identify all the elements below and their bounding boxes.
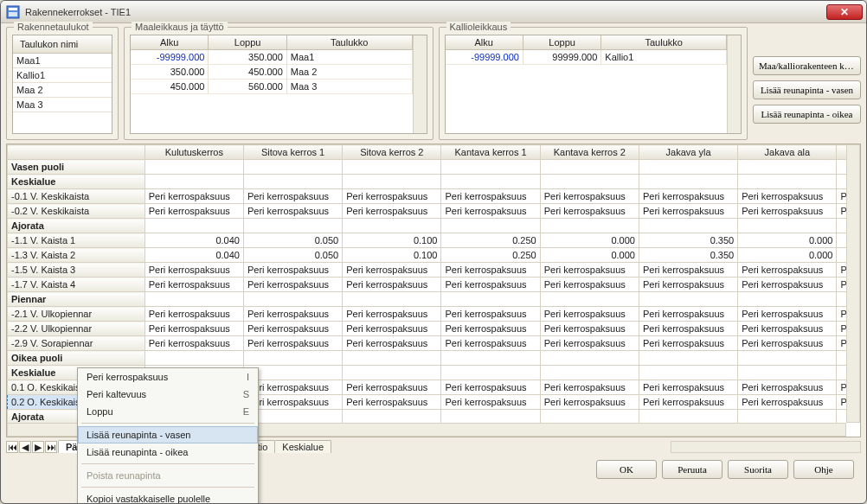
grid-cell[interactable]: Peri kerrospaksuus (837, 380, 846, 395)
grid-cell[interactable]: Peri kerrospaksuus (639, 336, 737, 351)
grid-cell[interactable]: Peri kerrospaksuus (144, 263, 243, 278)
table-row[interactable]: Oikea puoli (8, 351, 847, 366)
table-row[interactable]: -1.7 V. Kaista 4Peri kerrospaksuusPeri k… (8, 278, 847, 292)
table-row[interactable]: Vasen puoli (8, 160, 847, 175)
grid-cell[interactable]: Peri kerrospaksuus (144, 278, 243, 292)
tab-nav-first[interactable]: ⏮ (6, 441, 18, 453)
grid-cell[interactable]: 0.050 (243, 248, 342, 263)
grid-cell[interactable]: Peri kerrospaksuus (738, 322, 837, 336)
table-row[interactable]: 350.000450.000Maa 2 (131, 65, 413, 80)
grid-cell[interactable]: Peri kerrospaksuus (639, 395, 737, 410)
grid-cell[interactable]: 0.000 (540, 233, 639, 248)
grid-cell[interactable]: 0.000 (540, 248, 639, 263)
list-item[interactable]: Maa1 (13, 54, 112, 68)
row-label[interactable]: Ajorata (8, 219, 145, 233)
grid-cell[interactable]: Peri kerrospaksuus (540, 189, 639, 204)
grid-cell[interactable]: Peri kerrospaksuus (243, 263, 342, 278)
grid-cell[interactable]: Peri kerrospaksuus (837, 189, 846, 204)
grid-cell[interactable]: 0.050 (243, 233, 342, 248)
grid-cell[interactable]: Peri kerrospaksuus (837, 336, 846, 351)
scrollbar[interactable] (413, 35, 427, 133)
grid-cell[interactable]: Peri kerrospaksuus (144, 322, 243, 336)
tab-nav-last[interactable]: ⏭ (45, 441, 57, 453)
grid-cell[interactable]: Peri kerrospaksuus (738, 189, 837, 204)
grid-cell[interactable]: Peri kerrospaksuus (441, 263, 540, 278)
grid-cell[interactable]: Peri kerrospaksuus (343, 278, 441, 292)
row-label[interactable]: -0.1 V. Keskikaista (8, 189, 145, 204)
grid-cell[interactable]: 0.100 (343, 248, 441, 263)
grid-cell[interactable]: Peri kerrospaksuus (738, 336, 837, 351)
grid-cell[interactable]: Peri kerrospaksuus (837, 307, 846, 322)
row-label[interactable]: -2.9 V. Sorapiennar (8, 336, 145, 351)
menu-item[interactable]: Kopioi vastakkaiselle puolelle (78, 490, 258, 504)
grid-cell[interactable]: Peri kerrospaksuus (540, 395, 639, 410)
grid-cell[interactable]: Peri kerrospaksuus (441, 307, 540, 322)
grid-cell[interactable]: Peri kerrospaksuus (243, 322, 342, 336)
grid-cell[interactable]: Peri kerrospaksuus (144, 204, 243, 219)
grid-cell[interactable]: Peri kerrospaksuus (639, 278, 737, 292)
grid-cell[interactable]: Peri kerrospaksuus (144, 336, 243, 351)
menu-item[interactable]: Peri kaltevuusS (78, 386, 258, 403)
row-label[interactable]: -1.7 V. Kaista 4 (8, 278, 145, 292)
grid-cell[interactable]: 0.800 (837, 233, 846, 248)
grid-cell[interactable]: Peri kerrospaksuus (540, 263, 639, 278)
grid-cell[interactable]: Peri kerrospaksuus (343, 263, 441, 278)
grid-cell[interactable]: Peri kerrospaksuus (144, 307, 243, 322)
row-label[interactable]: -1.3 V. Kaista 2 (8, 248, 145, 263)
tabs-hscroll[interactable] (671, 441, 861, 453)
table-row[interactable]: -0.2 V. KeskikaistaPeri kerrospaksuusPer… (8, 204, 847, 219)
lisaa-reunapinta-vasen-button[interactable]: Lisää reunapinta - vasen (753, 80, 861, 99)
grid-cell[interactable]: 0.800 (837, 248, 846, 263)
row-label[interactable]: -2.2 V. Ulkopiennar (8, 322, 145, 336)
table-row[interactable]: -1.1 V. Kaista 10.0400.0500.1000.2500.00… (8, 233, 847, 248)
grid-cell[interactable]: Peri kerrospaksuus (837, 278, 846, 292)
row-label[interactable]: -2.1 V. Ulkopiennar (8, 307, 145, 322)
grid-cell[interactable]: Peri kerrospaksuus (837, 395, 846, 410)
grid-cell[interactable]: Peri kerrospaksuus (441, 278, 540, 292)
grid-cell[interactable]: Peri kerrospaksuus (738, 278, 837, 292)
table-row[interactable]: -1.3 V. Kaista 20.0400.0500.1000.2500.00… (8, 248, 847, 263)
row-label[interactable]: -1.5 V. Kaista 3 (8, 263, 145, 278)
grid-cell[interactable]: Peri kerrospaksuus (639, 380, 737, 395)
grid-cell[interactable]: Peri kerrospaksuus (540, 278, 639, 292)
grid-cell[interactable]: Peri kerrospaksuus (441, 204, 540, 219)
grid-cell[interactable]: Peri kerrospaksuus (441, 322, 540, 336)
grid-cell[interactable]: Peri kerrospaksuus (144, 189, 243, 204)
grid-cell[interactable]: Peri kerrospaksuus (343, 307, 441, 322)
grid-cell[interactable]: Peri kerrospaksuus (343, 322, 441, 336)
table-row[interactable]: Keskialue (8, 175, 847, 189)
grid-cell[interactable]: Peri kerrospaksuus (343, 380, 441, 395)
table-row[interactable]: -2.1 V. UlkopiennarPeri kerrospaksuusPer… (8, 307, 847, 322)
maaleikkaus-table[interactable]: Alku Loppu Taulukko -99999.000350.000Maa… (130, 35, 427, 134)
column-header[interactable]: Sitova kerros 2 (343, 145, 441, 160)
grid-cell[interactable]: Peri kerrospaksuus (540, 307, 639, 322)
column-header[interactable]: Kantava kerros 1 (441, 145, 540, 160)
tab-nav-next[interactable]: ▶ (32, 441, 44, 453)
grid-cell[interactable]: Peri kerrospaksuus (837, 204, 846, 219)
grid-cell[interactable]: Peri kerrospaksuus (243, 336, 342, 351)
table-row[interactable]: -2.9 V. SorapiennarPeri kerrospaksuusPer… (8, 336, 847, 351)
column-header[interactable]: Kantava kerros 2 (540, 145, 639, 160)
column-header[interactable]: Suodatinkerros (837, 145, 846, 160)
grid-cell[interactable]: Peri kerrospaksuus (837, 263, 846, 278)
grid-cell[interactable]: Peri kerrospaksuus (243, 307, 342, 322)
table-row[interactable]: Ajorata (8, 219, 847, 233)
grid-cell[interactable]: Peri kerrospaksuus (540, 336, 639, 351)
grid-cell[interactable]: Peri kerrospaksuus (639, 322, 737, 336)
ok-button[interactable]: OK (596, 460, 657, 479)
list-item[interactable]: Maa 2 (13, 83, 112, 98)
grid-cell[interactable]: 0.100 (343, 233, 441, 248)
grid-cell[interactable]: 0.250 (441, 233, 540, 248)
grid-cell[interactable]: 0.250 (441, 248, 540, 263)
table-row[interactable]: -99999.000350.000Maa1 (131, 50, 413, 65)
grid-cell[interactable]: 0.000 (738, 233, 837, 248)
grid-cell[interactable]: Peri kerrospaksuus (738, 204, 837, 219)
grid-cell[interactable]: 0.350 (639, 233, 737, 248)
grid-cell[interactable]: Peri kerrospaksuus (441, 189, 540, 204)
row-label[interactable]: -0.2 V. Keskikaista (8, 204, 145, 219)
grid-cell[interactable]: Peri kerrospaksuus (837, 322, 846, 336)
menu-item[interactable]: LoppuE (78, 403, 258, 420)
close-button[interactable]: ✕ (826, 4, 863, 20)
table-row[interactable]: -99999.00099999.000Kallio1 (446, 50, 728, 65)
grid-cell[interactable]: Peri kerrospaksuus (540, 380, 639, 395)
